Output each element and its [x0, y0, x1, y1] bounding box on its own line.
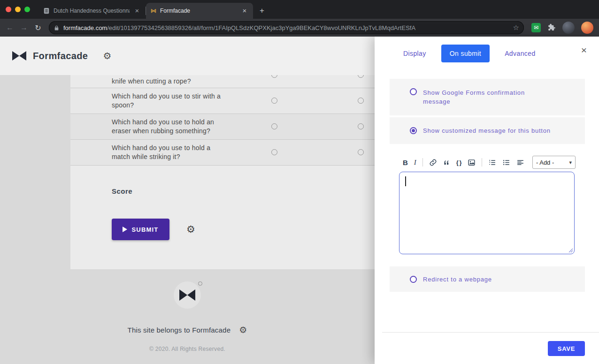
url-host: formfacade.com	[63, 24, 107, 31]
account-avatar[interactable]	[562, 22, 575, 34]
window-minimize-icon[interactable]	[15, 7, 21, 12]
copyright-text: © 2020. All Rights Reserved.	[0, 346, 375, 352]
on-submit-settings-panel: Display On submit Advanced × Show Google…	[375, 37, 599, 364]
browser-tab-active[interactable]: ⋈ Formfacade ×	[146, 3, 253, 19]
macos-window-controls	[0, 0, 38, 19]
radio-selected[interactable]	[410, 127, 417, 134]
radio-option[interactable]	[271, 75, 277, 78]
toolbar-separator	[482, 158, 482, 167]
url-text: formfacade.com/edit/10139775342563885932…	[63, 24, 509, 31]
insert-image-button[interactable]	[468, 159, 476, 167]
window-close-icon[interactable]	[6, 7, 11, 12]
page-stage: Formfacade ⚙ knife when cutting a rope? …	[0, 37, 599, 364]
formfacade-favicon-icon: ⋈	[151, 8, 156, 14]
tab-close-icon[interactable]: ×	[133, 7, 141, 15]
option-label: Redirect to a webpage	[423, 275, 492, 284]
panel-tab-bar: Display On submit Advanced	[397, 45, 542, 62]
link-button[interactable]	[429, 159, 437, 167]
save-button[interactable]: SAVE	[548, 341, 585, 356]
tab-title: Dutch Handedness Questionna	[54, 8, 130, 14]
footer-logo-icon	[174, 281, 201, 309]
toolbar-separator	[422, 158, 423, 167]
send-icon	[123, 227, 127, 232]
bookmark-star-icon[interactable]: ☆	[513, 23, 519, 32]
forward-button[interactable]: →	[18, 22, 30, 34]
radio-option[interactable]	[358, 149, 364, 155]
submit-settings-gear-icon[interactable]: ⚙	[186, 224, 195, 235]
mail-extension-icon[interactable]: ✉	[531, 23, 541, 32]
resize-handle-icon[interactable]	[568, 248, 573, 253]
radio-option[interactable]	[271, 98, 277, 104]
radio-option[interactable]	[271, 123, 277, 129]
bold-button[interactable]: B	[403, 159, 408, 167]
tab-display[interactable]: Display	[397, 45, 433, 62]
question-text: Which hand do you use to stir with a spo…	[112, 92, 229, 110]
option-label: Show customized message for this button	[423, 126, 551, 135]
tab-on-submit[interactable]: On submit	[441, 45, 490, 62]
extensions-puzzle-icon[interactable]	[547, 23, 556, 32]
forms-doc-favicon-icon	[43, 8, 50, 14]
question-text: knife when cutting a rope?	[112, 77, 229, 86]
question-text: Which hand do you use to hold a match wh…	[112, 144, 229, 161]
radio-unselected[interactable]	[410, 88, 417, 95]
code-button[interactable]: { }	[456, 159, 461, 166]
formfacade-logo-icon	[12, 51, 26, 61]
tab-title: Formfacade	[160, 8, 237, 14]
custom-message-textarea[interactable]	[399, 172, 575, 254]
footer-note-row: This site belongs to Formfacade ⚙	[128, 325, 247, 335]
back-button[interactable]: ←	[4, 22, 16, 34]
editor-toolbar: B I { } - Add -	[403, 155, 576, 170]
site-footer: This site belongs to Formfacade ⚙ © 2020…	[0, 281, 375, 352]
dropdown-value: - Add -	[536, 159, 554, 166]
bullet-list-button[interactable]	[502, 159, 510, 167]
browser-tab-inactive[interactable]: Dutch Handedness Questionna ×	[38, 3, 146, 19]
footer-note-text: This site belongs to Formfacade	[128, 326, 231, 334]
add-field-dropdown[interactable]: - Add - ▾	[532, 156, 576, 169]
tab-close-icon[interactable]: ×	[241, 7, 248, 15]
footer-gear-icon[interactable]: ⚙	[239, 325, 247, 335]
submit-button-label: SUBMIT	[131, 226, 158, 233]
option-customized-message[interactable]: Show customized message for this button	[390, 117, 585, 144]
question-text: Which hand do you use to hold an eraser …	[112, 118, 229, 136]
url-path: /edit/101397753425638859326/all/form/1FA…	[107, 24, 415, 31]
align-button[interactable]	[516, 159, 524, 167]
logo-decoration	[198, 281, 202, 286]
option-label: Show Google Forms confirmation message	[423, 88, 545, 115]
radio-option[interactable]	[271, 149, 277, 155]
browser-tab-strip: Dutch Handedness Questionna × ⋈ Formfaca…	[0, 0, 599, 19]
option-google-forms-confirmation[interactable]: Show Google Forms confirmation message	[390, 79, 585, 115]
lock-icon	[54, 25, 60, 31]
window-zoom-icon[interactable]	[24, 7, 30, 12]
new-tab-button[interactable]: +	[253, 3, 271, 19]
chevron-down-icon: ▾	[569, 159, 572, 166]
browser-navbar: ← → ↻ formfacade.com/edit/10139775342563…	[0, 19, 599, 37]
radio-option[interactable]	[358, 123, 364, 129]
blockquote-button[interactable]	[443, 159, 450, 166]
radio-option[interactable]	[358, 98, 364, 104]
submit-button[interactable]: SUBMIT	[112, 219, 169, 240]
address-bar[interactable]: formfacade.com/edit/10139775342563885932…	[49, 21, 524, 34]
panel-close-icon[interactable]: ×	[581, 45, 587, 55]
option-redirect-webpage[interactable]: Redirect to a webpage	[390, 266, 585, 292]
italic-button[interactable]: I	[414, 159, 416, 167]
panel-divider	[382, 332, 599, 333]
text-cursor	[405, 176, 406, 186]
tab-advanced[interactable]: Advanced	[498, 45, 542, 62]
radio-option[interactable]	[358, 75, 364, 78]
browser-profile-icon[interactable]	[581, 22, 593, 34]
header-gear-icon[interactable]: ⚙	[103, 50, 111, 61]
ordered-list-button[interactable]	[488, 159, 496, 167]
reload-button[interactable]: ↻	[32, 22, 44, 34]
brand-title: Formfacade	[33, 51, 88, 61]
radio-unselected[interactable]	[410, 276, 417, 283]
